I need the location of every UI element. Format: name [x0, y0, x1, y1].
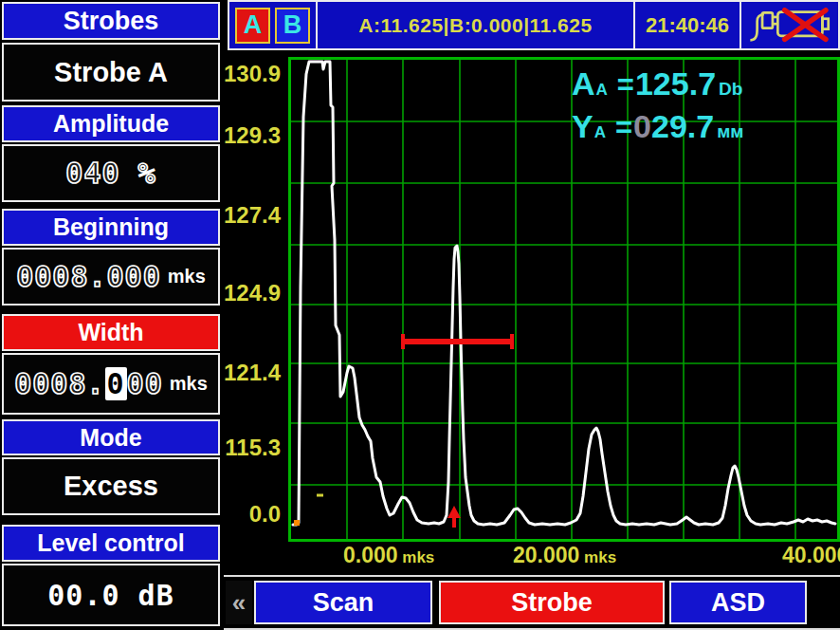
overlay-equals: = [617, 68, 634, 102]
clock: 21:40:46 [635, 2, 741, 48]
measurement-readout: A:11.625|B:0.000|11.625 [318, 2, 635, 48]
level-control-value-field[interactable]: 00.0 dB [2, 564, 220, 626]
sidebar-title-label: Strobes [64, 7, 159, 36]
beginning-value-field[interactable]: 0008.000mks [2, 248, 220, 306]
strobe-select-label: Strobe A [54, 57, 168, 88]
a-scan-display: 130.9129.3127.4124.9121.4115.30.0 AA=125… [224, 52, 840, 575]
overlay-y-sub: A [594, 123, 606, 142]
mode-value: Excess [64, 471, 158, 502]
overlay-a-sub: A [596, 81, 608, 100]
amplitude-value: 040 % [65, 157, 155, 190]
beginning-label: Beginning [53, 213, 169, 241]
beginning-value: 0008.000 [16, 260, 161, 293]
width-value-field[interactable]: 0008.000mks [2, 353, 220, 415]
overlay-y-value: 29.7 [651, 108, 714, 145]
overlay-y-unit: мм [717, 121, 743, 142]
edit-cursor-digit[interactable]: 0 [105, 367, 127, 400]
width-value: 0008.000 [14, 367, 163, 400]
tab-asd[interactable]: ASD [669, 581, 807, 624]
status-bar: A B A:11.625|B:0.000|11.625 21:40:46 [228, 0, 840, 50]
amplitude-value-field[interactable]: 040 % [2, 144, 220, 202]
power-status-cell [741, 2, 838, 48]
width-value-post: 00 [127, 367, 163, 400]
overlay-equals: = [615, 111, 632, 145]
measurement-overlay: AA=125.7Db YA=029.7мм [572, 65, 743, 151]
strobe-b-button[interactable]: B [275, 8, 310, 44]
waveform-svg [291, 60, 837, 539]
amplitude-readout-line: AA=125.7Db [572, 65, 743, 108]
tab-scan[interactable]: Scan [254, 581, 432, 624]
tab-strobe-selected[interactable]: Strobe [439, 581, 665, 624]
width-value-pre: 0008. [14, 367, 104, 400]
menu-item-mode[interactable]: Mode [2, 419, 220, 455]
power-plug-battery-crossed-icon [746, 8, 833, 44]
menu-item-beginning[interactable]: Beginning [2, 209, 220, 246]
y-axis-tick-label: 127.4 [224, 201, 281, 230]
overlay-y-label: Y [572, 108, 593, 145]
y-axis-tick-label: 130.9 [224, 60, 281, 88]
menu-item-level-control[interactable]: Level control [2, 525, 220, 562]
sidebar-title-strobes: Strobes [2, 2, 220, 40]
width-label: Width [78, 319, 143, 346]
overlay-a-label: A [572, 65, 595, 102]
x-axis-tick-label: 20.000 mks [513, 543, 616, 568]
menu-item-width-selected[interactable]: Width [2, 314, 220, 351]
y-axis-tick-label: 121.4 [224, 359, 281, 387]
amplitude-label: Amplitude [53, 110, 169, 138]
y-axis-tick-label: 124.9 [224, 279, 281, 307]
beginning-unit: mks [168, 266, 206, 287]
y-axis-tick-label: 0.0 [224, 500, 281, 528]
scan-start-marker [294, 520, 300, 526]
depth-readout-line: YA=029.7мм [572, 108, 743, 151]
x-axis-tick-label: 40.000 mks [782, 543, 840, 568]
level-control-label: Level control [37, 529, 185, 557]
width-unit: mks [170, 373, 208, 395]
waveform-plot: AA=125.7Db YA=029.7мм [288, 57, 840, 542]
mode-value-field[interactable]: Excess [2, 457, 220, 515]
y-axis-tick-label: 115.3 [224, 434, 281, 462]
mode-label: Mode [80, 424, 141, 452]
strobe-a-button[interactable]: A [235, 8, 270, 44]
level-control-value: 00.0 dB [47, 579, 173, 612]
back-button[interactable]: « [226, 581, 252, 624]
overlay-a-value: 125.7 [635, 65, 716, 102]
strobe-select-value[interactable]: Strobe A [2, 43, 220, 102]
strobe-ab-toggle-cell: A B [229, 2, 318, 48]
echo-marker-arrow [447, 506, 461, 518]
x-axis-tick-label: 0.000 mks [343, 543, 434, 568]
menu-item-amplitude[interactable]: Amplitude [2, 105, 220, 142]
overlay-a-unit: Db [719, 79, 742, 100]
x-axis-labels: 0.000 mks20.000 mks40.000 mks [288, 543, 840, 575]
function-key-bar: « Scan Strobe ASD [224, 575, 840, 630]
overlay-y-dim-digit: 0 [633, 108, 651, 145]
y-axis-labels: 130.9129.3127.4124.9121.4115.30.0 [224, 52, 283, 575]
y-axis-tick-label: 129.3 [224, 121, 281, 150]
